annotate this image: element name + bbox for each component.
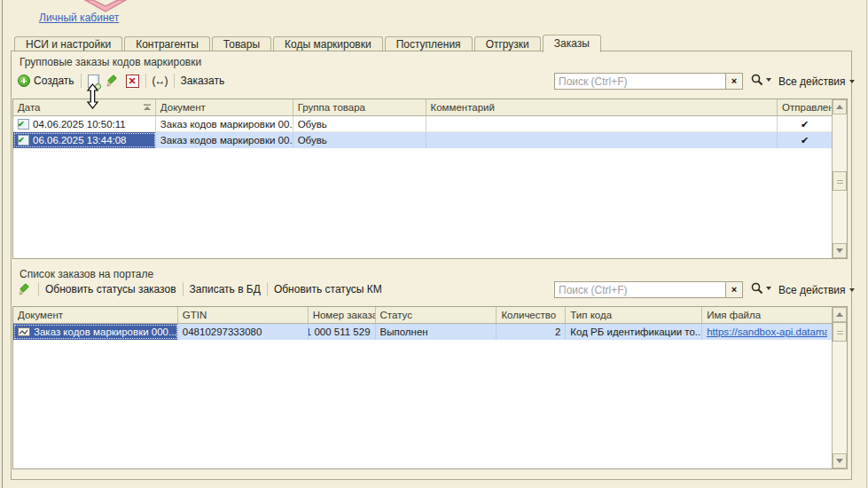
- scroll-down-button[interactable]: [833, 453, 847, 468]
- col-header-product-group[interactable]: Группа товара: [293, 99, 426, 115]
- record-icon: [18, 327, 30, 336]
- col-header-file-name[interactable]: Имя файла: [702, 307, 832, 323]
- search-input[interactable]: [554, 281, 725, 298]
- portal-orders-caption: Список заказов на портале: [20, 268, 153, 280]
- group-orders-search: ×: [554, 73, 743, 90]
- plus-circle-icon: [18, 75, 30, 87]
- portal-orders-table-header: Документ GTIN Номер заказа Статус Количе…: [13, 307, 832, 324]
- scrollbar-thumb[interactable]: [833, 171, 847, 191]
- order-button[interactable]: Заказать: [181, 75, 225, 87]
- magnifier-icon: [751, 74, 763, 86]
- col-header-gtin[interactable]: GTIN: [178, 307, 309, 323]
- window-left-edge: [2, 0, 3, 488]
- magnifier-icon: [751, 282, 763, 295]
- group-orders-table: Дата Документ Группа товара Комментарий …: [12, 98, 848, 259]
- delete-x-icon: ✕: [126, 75, 139, 88]
- group-orders-caption: Групповые заказы кодов маркировки: [20, 56, 201, 68]
- table-row-selected[interactable]: 06.06.2025 13:44:08 Заказ кодов маркиров…: [13, 132, 832, 148]
- refresh-order-statuses-button[interactable]: Обновить статусы заказов: [45, 283, 176, 295]
- red-arrow-decoration: [84, 0, 127, 12]
- save-to-db-button[interactable]: Записать в БД: [190, 283, 261, 295]
- sort-ascending-icon: [143, 103, 152, 111]
- group-orders-toolbar: Создать ✕ (↔) Заказать: [18, 72, 224, 90]
- all-actions-button[interactable]: Все действия: [778, 284, 855, 296]
- vertical-scrollbar[interactable]: [832, 99, 847, 258]
- chevron-down-icon: [849, 288, 855, 292]
- create-button[interactable]: Создать: [18, 75, 74, 87]
- col-header-document[interactable]: Документ: [13, 307, 178, 323]
- edit-pencil-icon: [18, 282, 32, 296]
- refresh-km-statuses-button[interactable]: Обновить статусы КМ: [274, 283, 382, 295]
- window-right-edge: [866, 0, 867, 488]
- portal-orders-table: Документ GTIN Номер заказа Статус Количе…: [12, 306, 848, 469]
- col-header-code-type[interactable]: Тип кода: [566, 307, 702, 323]
- sent-checkmark: ✔: [778, 132, 832, 148]
- scroll-down-button[interactable]: [833, 243, 847, 258]
- chevron-down-icon: [766, 78, 771, 82]
- col-header-document[interactable]: Документ: [156, 99, 293, 115]
- tab-zakazy[interactable]: Заказы: [543, 35, 601, 52]
- col-header-order-number[interactable]: Номер заказа: [309, 307, 376, 323]
- posted-document-icon: [18, 119, 29, 130]
- set-interval-button[interactable]: (↔): [152, 75, 168, 87]
- edit-button[interactable]: [18, 282, 32, 296]
- posted-document-icon: [18, 135, 29, 146]
- group-orders-table-header: Дата Документ Группа товара Комментарий …: [13, 99, 832, 116]
- scrollbar-thumb[interactable]: [833, 322, 847, 342]
- file-url-link[interactable]: https://sandbox-api.datamar...: [707, 324, 827, 340]
- chevron-down-icon: [849, 80, 855, 83]
- chevron-down-icon: [766, 287, 771, 290]
- toolbar-separator: [81, 74, 82, 88]
- resize-cursor: [86, 83, 99, 109]
- vertical-scrollbar[interactable]: [832, 307, 847, 468]
- toolbar-separator: [267, 282, 268, 296]
- search-clear-button[interactable]: ×: [725, 73, 743, 90]
- edit-button[interactable]: [106, 74, 120, 88]
- all-actions-button[interactable]: Все действия: [778, 75, 855, 88]
- search-settings-button[interactable]: [751, 74, 771, 86]
- toolbar-separator: [38, 282, 39, 296]
- table-row-selected[interactable]: Заказ кодов маркировки 000... 0481029733…: [13, 324, 832, 340]
- delete-button[interactable]: ✕: [126, 75, 139, 88]
- toolbar-separator: [174, 74, 175, 88]
- sent-checkmark: ✔: [778, 116, 832, 131]
- col-header-status[interactable]: Статус: [376, 307, 497, 323]
- portal-orders-search: ×: [554, 281, 743, 298]
- col-header-sent[interactable]: Отправлен: [778, 99, 832, 115]
- scroll-up-button[interactable]: [833, 99, 847, 114]
- scroll-up-button[interactable]: [833, 307, 847, 322]
- portal-orders-toolbar: Обновить статусы заказов Записать в БД О…: [18, 280, 382, 298]
- edit-pencil-icon: [106, 74, 120, 88]
- table-row[interactable]: 04.06.2025 10:50:11 Заказ кодов маркиров…: [13, 116, 832, 132]
- personal-cabinet-link[interactable]: Личный кабинет: [39, 12, 119, 24]
- search-settings-button[interactable]: [751, 282, 771, 295]
- toolbar-separator: [183, 282, 184, 296]
- search-clear-button[interactable]: ×: [725, 281, 743, 298]
- col-header-comment[interactable]: Комментарий: [426, 99, 778, 115]
- toolbar-separator: [145, 74, 146, 88]
- col-header-quantity[interactable]: Количество: [497, 307, 566, 323]
- col-header-date[interactable]: Дата: [13, 99, 156, 115]
- search-input[interactable]: [554, 73, 725, 90]
